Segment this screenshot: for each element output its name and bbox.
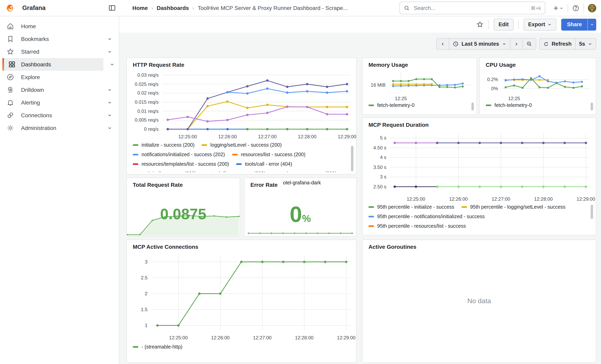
add-button[interactable] — [552, 5, 564, 11]
panel-title[interactable]: Active Goroutines — [369, 243, 416, 251]
legend-item[interactable]: 95th percentile - initialize - success — [369, 204, 454, 210]
chart-plot[interactable] — [389, 70, 471, 94]
chevron-down-icon[interactable] — [110, 62, 114, 67]
legend-item[interactable]: logging/setLevel - success (200) — [202, 142, 282, 148]
sidebar-item-connections[interactable]: Connections — [0, 109, 119, 122]
sidebar-item-bookmarks[interactable]: Bookmarks — [0, 33, 119, 45]
sidebar-item-label: Bookmarks — [21, 36, 49, 42]
legend-item[interactable]: 95th percentile - logging/setLevel - suc… — [461, 204, 565, 210]
help-button[interactable] — [572, 4, 580, 12]
legend-item[interactable]: 95th percentile - notifications/initiali… — [369, 213, 485, 220]
sidebar-item-label: Home — [21, 23, 36, 30]
chevron-down-icon[interactable] — [107, 100, 112, 105]
sidebar-item-alerting[interactable]: Alerting — [0, 96, 119, 109]
legend-item[interactable]: unknown - success (200) — [272, 170, 336, 172]
breadcrumb-separator: › — [192, 5, 194, 11]
sidebar-item-label: Alerting — [21, 99, 40, 106]
legend-item[interactable]: tools/call - success (200) — [133, 170, 196, 172]
panel-title[interactable]: Error Rate — [250, 181, 278, 189]
chart-plot[interactable] — [390, 132, 590, 195]
grafana-app: Grafana Home › Dashboards › ToolHive MCP… — [0, 0, 601, 364]
plus-icon — [552, 5, 559, 11]
x-axis-labels: 12:25:0012:26:0012:27:0012:28:0012:29:00 — [369, 195, 590, 202]
legend-scrollbar[interactable] — [591, 103, 593, 110]
chevron-down-icon[interactable] — [107, 126, 112, 130]
panel-mcp-active-connections: MCP Active Connections 11.522.53 12:25:0… — [126, 240, 357, 363]
panel-title[interactable]: Total Request Rate — [133, 181, 183, 189]
legend-scrollbar[interactable] — [471, 103, 474, 110]
refresh-button[interactable]: Refresh — [539, 38, 576, 50]
search-box[interactable]: ⌘+k — [400, 2, 545, 14]
chart-plot[interactable] — [502, 70, 590, 94]
search-input[interactable] — [413, 5, 528, 11]
chevron-down-icon[interactable] — [107, 49, 112, 54]
legend-item[interactable]: fetch-telemetry-0 — [369, 102, 415, 108]
time-forward-button[interactable] — [510, 38, 522, 50]
time-back-button[interactable] — [436, 38, 449, 50]
header-brand-area: Grafana — [0, 0, 119, 16]
brand-name: Grafana — [22, 4, 46, 11]
stat-value: 0% — [244, 201, 356, 227]
time-range-picker[interactable]: Last 5 minutes — [449, 38, 510, 50]
edit-button[interactable]: Edit — [494, 19, 513, 30]
top-header: Grafana Home › Dashboards › ToolHive MCP… — [0, 0, 601, 16]
chevron-down-icon[interactable] — [107, 113, 112, 118]
sidebar-toggle-icon[interactable] — [108, 4, 116, 12]
sidebar-item-explore[interactable]: Explore — [0, 71, 119, 83]
panel-title[interactable]: HTTP Request Rate — [133, 61, 184, 69]
x-axis-labels: 12:25:0012:26:0012:27:0012:28:0012:29:00 — [133, 333, 350, 341]
search-shortcut: ⌘+k — [531, 5, 541, 11]
chart-legend: initialize - success (200)logging/setLev… — [133, 142, 340, 172]
panel-title[interactable]: CPU Usage — [486, 61, 516, 69]
legend-item[interactable]: 95th percentile - resources/templates/li… — [369, 232, 489, 233]
legend-item[interactable]: tools/call - error (404) — [236, 161, 292, 167]
legend-item[interactable]: 95th percentile - resources/list - succe… — [369, 223, 466, 229]
sidebar-item-starred[interactable]: Starred — [0, 45, 119, 58]
panel-title[interactable]: Memory Usage — [369, 61, 408, 69]
chevron-down-icon — [559, 6, 564, 10]
sidebar-item-administration[interactable]: Administration — [0, 122, 119, 134]
gear-icon — [6, 124, 14, 132]
panel-http-request-rate: HTTP Request Rate 0 req/s0.005 req/s0.01… — [126, 58, 357, 175]
legend-item[interactable]: notifications/initialized - success (202… — [133, 151, 225, 158]
legend-item[interactable]: - (streamable-http) — [133, 344, 182, 350]
sidebar-item-dashboards[interactable]: Dashboards — [4, 58, 103, 71]
chevron-down-icon — [502, 42, 506, 46]
share-dropdown-button[interactable] — [588, 19, 596, 30]
legend-item[interactable]: resources/list - success (200) — [232, 151, 305, 158]
user-avatar[interactable] — [588, 4, 596, 12]
breadcrumb-dashboards[interactable]: Dashboards — [157, 5, 189, 11]
legend-item[interactable]: initialize - success (200) — [133, 142, 195, 148]
panel-memory-usage: Memory Usage 16 MiB 12:25 fetch-telemetr… — [362, 58, 477, 115]
panel-title[interactable]: MCP Active Connections — [133, 243, 198, 251]
chart-plot[interactable] — [151, 254, 350, 333]
connections-icon — [6, 111, 14, 119]
export-button[interactable]: Export — [523, 19, 557, 30]
zoom-out-icon — [526, 41, 532, 47]
search-icon — [404, 5, 410, 11]
home-icon — [6, 22, 14, 30]
chevron-down-icon[interactable] — [107, 37, 112, 41]
star-favorite-icon[interactable] — [476, 21, 484, 28]
dashboard-canvas: Last 5 minutes Refresh — [119, 33, 601, 364]
chevron-down-icon[interactable] — [107, 88, 112, 92]
sidebar-item-label: Administration — [21, 125, 56, 131]
share-button[interactable]: Share — [561, 19, 588, 30]
sidebar-item-label: Dashboards — [21, 61, 51, 68]
dashboard-toolbar: Edit Export Share — [119, 16, 601, 33]
compass-icon — [6, 73, 14, 81]
breadcrumb-home[interactable]: Home — [132, 5, 148, 11]
legend-item[interactable]: fetch-telemetry-0 — [486, 102, 532, 108]
chart-plot[interactable] — [162, 72, 350, 132]
zoom-out-button[interactable] — [522, 38, 536, 50]
legend-scrollbar[interactable] — [591, 205, 593, 219]
legend-item[interactable]: tools/list - success (200) — [203, 170, 265, 172]
panel-title[interactable]: MCP Request Duration — [369, 121, 429, 129]
sidebar-item-label: Connections — [21, 112, 52, 118]
sidebar-item-home[interactable]: Home — [0, 20, 119, 33]
sparkline[interactable] — [248, 230, 353, 235]
legend-scrollbar[interactable] — [351, 146, 353, 171]
refresh-interval-picker[interactable]: 5s — [575, 38, 596, 50]
sidebar-item-drilldown[interactable]: Drilldown — [0, 83, 119, 96]
legend-item[interactable]: resources/templates/list - success (200) — [133, 161, 229, 167]
